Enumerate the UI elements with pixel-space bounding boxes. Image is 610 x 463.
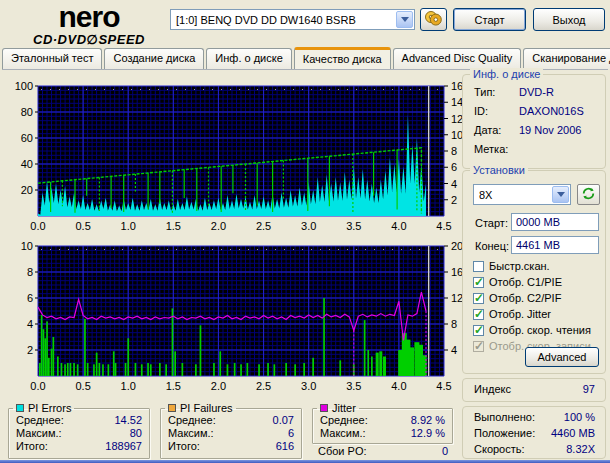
- jitter-max: 12.9 %: [411, 427, 445, 440]
- tab-advanced-disc-quality[interactable]: Advanced Disc Quality: [393, 48, 522, 69]
- svg-text:0.5: 0.5: [75, 220, 90, 232]
- logo-cdspeed-text: CD·DVD∅SPEED: [6, 33, 172, 46]
- jitter-stats: Jitter Среднее:8.92 % Максим.:12.9 %: [312, 402, 453, 444]
- checkbox-show-c1-pie[interactable]: Отобр. C1/PIE: [473, 275, 562, 289]
- disc-label-label: Метка:: [474, 143, 508, 155]
- pi-errors-average: 14.52: [114, 414, 142, 427]
- pi-failures-title: PI Failures: [180, 402, 233, 414]
- svg-text:4.5: 4.5: [436, 380, 451, 392]
- svg-text:0.0: 0.0: [30, 220, 45, 232]
- checkbox-icon: [473, 277, 484, 288]
- disc-id-value: DAXON016S: [519, 105, 584, 117]
- disc-type-value: DVD-R: [519, 86, 554, 98]
- svg-text:2: 2: [27, 344, 33, 356]
- disc-date-label: Дата:: [474, 124, 501, 136]
- svg-text:3.5: 3.5: [346, 220, 361, 232]
- svg-text:2.5: 2.5: [256, 380, 271, 392]
- svg-text:1.5: 1.5: [166, 220, 181, 232]
- pi-failures-max: 6: [288, 427, 294, 440]
- svg-text:6: 6: [451, 161, 457, 173]
- pi-failures-stats: PI Failures Среднее:0.07 Максим.:6 Итого…: [160, 402, 302, 459]
- disc-id-label: ID:: [474, 105, 488, 117]
- done-value: 100 %: [519, 411, 595, 423]
- disc-info-title: Инф. о диске: [470, 68, 543, 80]
- checkbox-show-read-speed[interactable]: Отобр. скор. чтения: [473, 323, 591, 337]
- checkbox-icon: [473, 293, 484, 304]
- start-button[interactable]: Старт: [453, 8, 526, 31]
- pi-failures-average: 0.07: [273, 414, 294, 427]
- logo-nero-text: nero: [6, 2, 172, 32]
- svg-text:8: 8: [451, 145, 457, 157]
- po-failures-label: Сбои PO:: [318, 445, 367, 457]
- po-failures-row: Сбои PO: 0: [318, 445, 448, 457]
- svg-text:80: 80: [21, 106, 33, 118]
- speed-select[interactable]: 8X: [473, 184, 571, 205]
- svg-text:3.5: 3.5: [346, 380, 361, 392]
- tab-disc-info[interactable]: Инф. о диске: [206, 48, 291, 69]
- svg-text:20: 20: [21, 184, 33, 196]
- svg-text:2.5: 2.5: [256, 220, 271, 232]
- svg-text:6: 6: [27, 292, 33, 304]
- drive-select-value: [1:0] BENQ DVD DD DW1640 BSRB: [171, 14, 395, 26]
- svg-text:1.0: 1.0: [121, 380, 136, 392]
- index-value: 97: [519, 383, 595, 395]
- chevron-down-icon[interactable]: [396, 11, 413, 28]
- index-panel: Индекс97: [462, 378, 606, 402]
- end-position-field[interactable]: [511, 236, 599, 254]
- po-failures-value: 0: [442, 445, 448, 457]
- svg-text:40: 40: [21, 158, 33, 170]
- checkbox-fast-scan[interactable]: Быстр.скан.: [473, 259, 550, 273]
- end-position-label: Конец:: [475, 240, 509, 252]
- nero-cd-dvd-speed-window: nero CD·DVD∅SPEED [1:0] BENQ DVD DD DW16…: [0, 0, 610, 463]
- pi-errors-total: 188967: [105, 440, 142, 453]
- svg-text:10: 10: [21, 240, 33, 252]
- tab-create-disc[interactable]: Создание диска: [104, 48, 204, 69]
- pi-errors-max: 80: [130, 427, 142, 440]
- svg-text:0.0: 0.0: [30, 380, 45, 392]
- svg-text:2: 2: [451, 194, 457, 206]
- refresh-icon: [581, 186, 596, 201]
- svg-text:100: 100: [15, 80, 33, 92]
- checkbox-show-c2-pif[interactable]: Отобр. C2/PIF: [473, 291, 561, 305]
- tab-benchmark[interactable]: Эталонный тест: [2, 48, 102, 69]
- svg-text:8: 8: [27, 266, 33, 278]
- svg-text:4.0: 4.0: [391, 380, 406, 392]
- start-position-label: Старт:: [475, 217, 508, 229]
- tab-disc-quality[interactable]: Качество диска: [294, 47, 391, 69]
- speed-label: Скорость:: [474, 443, 525, 455]
- chevron-down-icon[interactable]: [552, 186, 569, 203]
- jitter-swatch: [320, 404, 328, 412]
- svg-text:4: 4: [27, 318, 33, 330]
- discs-icon: [424, 10, 443, 27]
- pi-failures-jitter-chart: 108642201612840.00.51.01.52.02.53.03.54.…: [5, 236, 467, 394]
- svg-text:3.0: 3.0: [301, 380, 316, 392]
- pi-errors-stats: PI Errors Среднее:14.52 Максим.:80 Итого…: [8, 402, 150, 459]
- svg-text:1.0: 1.0: [121, 220, 136, 232]
- disc-glyph-icon: ∅: [87, 32, 99, 47]
- checkbox-icon: [473, 325, 484, 336]
- drive-select[interactable]: [1:0] BENQ DVD DD DW1640 BSRB: [170, 9, 415, 30]
- speed-value: 8.32X: [519, 443, 595, 455]
- jitter-average: 8.92 %: [411, 414, 445, 427]
- svg-text:4: 4: [451, 344, 457, 356]
- exit-button[interactable]: Выход: [533, 8, 605, 31]
- index-label: Индекс: [474, 383, 511, 395]
- checkbox-icon: [473, 341, 484, 352]
- svg-text:60: 60: [21, 132, 33, 144]
- position-value: 4460 MB: [519, 427, 595, 439]
- start-position-field[interactable]: [511, 213, 599, 231]
- disc-date-value: 19 Nov 2006: [519, 124, 581, 136]
- refresh-button[interactable]: [577, 184, 600, 205]
- nero-logo: nero CD·DVD∅SPEED: [6, 2, 172, 46]
- checkbox-show-jitter[interactable]: Отобр. Jitter: [473, 307, 551, 321]
- tab-scan-disc[interactable]: Сканирование диска: [523, 48, 610, 69]
- svg-text:4.0: 4.0: [391, 220, 406, 232]
- pi-failures-total: 616: [276, 440, 294, 453]
- svg-text:3.0: 3.0: [301, 220, 316, 232]
- svg-text:4: 4: [451, 178, 457, 190]
- pi-failures-swatch: [168, 404, 176, 412]
- jitter-title: Jitter: [332, 402, 356, 414]
- advanced-button[interactable]: Advanced: [525, 347, 599, 367]
- eject-disc-button[interactable]: [420, 8, 447, 31]
- disc-type-label: Тип:: [474, 86, 495, 98]
